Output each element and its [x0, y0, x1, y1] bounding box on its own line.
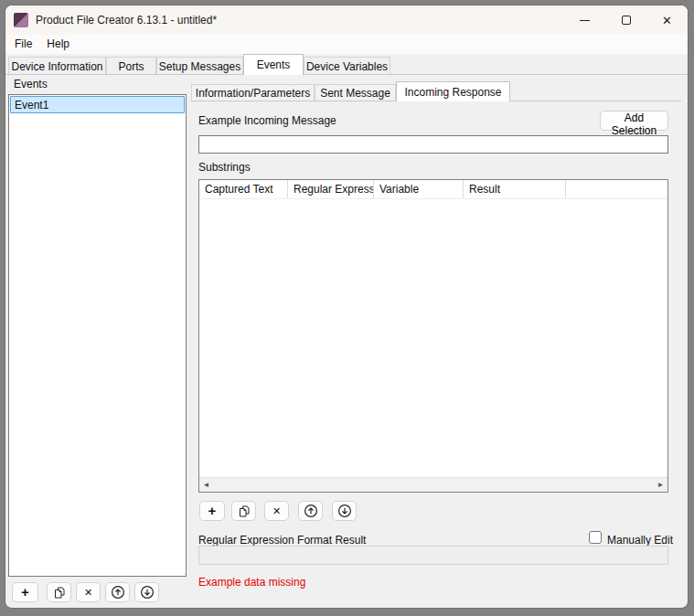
tab-events[interactable]: Events: [243, 54, 304, 75]
delete-x-icon: ✕: [84, 588, 92, 598]
menu-bar: File Help: [5, 35, 688, 54]
example-incoming-message-label: Example Incoming Message: [198, 114, 336, 127]
move-down-icon: [337, 504, 352, 518]
substrings-table-body[interactable]: [199, 199, 667, 477]
col-variable[interactable]: Variable: [374, 180, 464, 198]
delete-substring-button[interactable]: ✕: [264, 501, 289, 521]
events-panel-label: Events: [14, 78, 48, 90]
substrings-table-header: Captured Text Regular Expressio Variable…: [199, 180, 667, 199]
duplicate-icon: [239, 505, 250, 517]
move-up-icon: [111, 585, 125, 600]
move-up-icon: [304, 504, 318, 518]
substrings-table[interactable]: Captured Text Regular Expressio Variable…: [198, 179, 668, 493]
move-down-icon: [140, 585, 155, 600]
col-regular-expression[interactable]: Regular Expressio: [288, 180, 374, 198]
maximize-icon: [622, 16, 631, 25]
window-title: Product File Creator 6.13.1 - untitled*: [36, 14, 217, 27]
title-bar: Product File Creator 6.13.1 - untitled* …: [5, 5, 688, 35]
manually-edit-checkbox[interactable]: [589, 531, 602, 544]
duplicate-event-button[interactable]: [47, 582, 71, 602]
error-message: Example data missing: [198, 576, 305, 589]
events-list[interactable]: Event1: [8, 94, 187, 577]
substrings-label: Substrings: [198, 161, 251, 174]
window-controls: ✕: [564, 5, 688, 35]
app-window: Product File Creator 6.13.1 - untitled* …: [5, 5, 689, 609]
col-extra: [566, 180, 667, 198]
horizontal-scrollbar[interactable]: ◄ ►: [199, 477, 667, 492]
tab-device-variables[interactable]: Device Variables: [304, 57, 390, 75]
scroll-left-icon[interactable]: ◄: [199, 478, 213, 492]
tab-ports[interactable]: Ports: [106, 57, 156, 75]
detail-tab-bar: Information/Parameters Sent Message Inco…: [191, 81, 681, 101]
add-substring-button[interactable]: +: [199, 501, 225, 521]
col-result[interactable]: Result: [464, 180, 566, 198]
close-button[interactable]: ✕: [646, 5, 688, 35]
maximize-button[interactable]: [605, 5, 646, 35]
plus-icon: +: [21, 585, 29, 599]
col-captured-text[interactable]: Captured Text: [199, 180, 288, 198]
move-event-up-button[interactable]: [105, 582, 130, 602]
scroll-right-icon[interactable]: ►: [654, 478, 667, 492]
tab-setup-messages[interactable]: Setup Messages: [156, 57, 243, 75]
delete-x-icon: ✕: [272, 506, 281, 516]
manually-edit-label[interactable]: Manually Edit: [607, 534, 673, 547]
close-icon: ✕: [662, 15, 672, 27]
main-tab-bar: Device Information Ports Setup Messages …: [5, 54, 688, 75]
plus-icon: +: [208, 504, 217, 517]
tab-incoming-response[interactable]: Incoming Response: [396, 81, 510, 101]
example-incoming-message-input[interactable]: [198, 135, 668, 154]
menu-file[interactable]: File: [7, 35, 39, 54]
move-substring-down-button[interactable]: [332, 501, 357, 521]
list-item-event1[interactable]: Event1: [10, 96, 185, 113]
menu-help[interactable]: Help: [39, 35, 77, 54]
add-selection-button[interactable]: Add Selection: [600, 111, 668, 131]
duplicate-substring-button[interactable]: [231, 501, 256, 521]
tab-device-information[interactable]: Device Information: [8, 57, 106, 75]
tab-sent-message[interactable]: Sent Message: [315, 84, 396, 101]
duplicate-icon: [54, 587, 65, 599]
delete-event-button[interactable]: ✕: [76, 582, 101, 602]
add-event-button[interactable]: +: [12, 582, 38, 602]
move-substring-up-button[interactable]: [298, 501, 323, 521]
regex-format-result-field: [198, 546, 668, 565]
minimize-icon: [580, 20, 590, 21]
app-icon: [14, 13, 28, 27]
tab-information-parameters[interactable]: Information/Parameters: [191, 84, 315, 101]
move-event-down-button[interactable]: [134, 582, 159, 602]
minimize-button[interactable]: [564, 5, 605, 35]
regex-format-result-label: Regular Expression Format Result: [198, 534, 366, 547]
